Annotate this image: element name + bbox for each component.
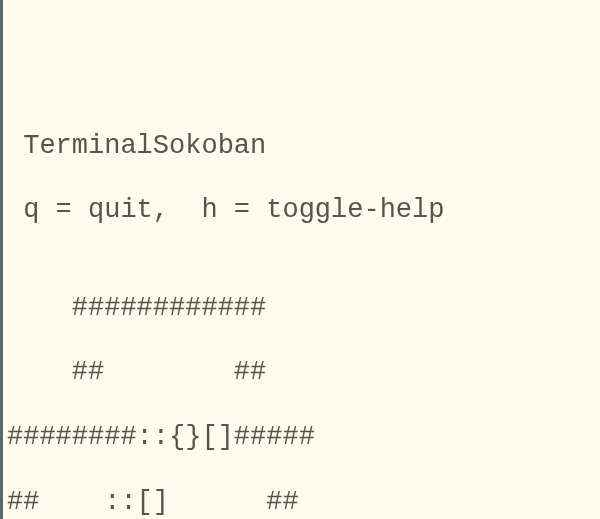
board-row: ########::{}[]##### xyxy=(7,421,600,453)
board-row: ## ## xyxy=(7,356,600,388)
help-hint: q = quit, h = toggle-help xyxy=(7,194,600,226)
app-title: TerminalSokoban xyxy=(7,130,600,162)
board-row: ## ::[] ## xyxy=(7,486,600,518)
board-row: ############ xyxy=(7,292,600,324)
